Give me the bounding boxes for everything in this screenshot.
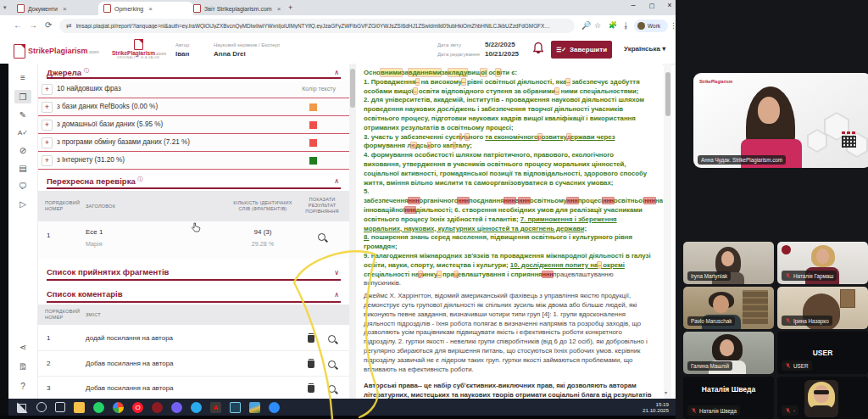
acrobat-icon[interactable]: A (210, 402, 221, 413)
image-icon[interactable]: 🖻 (14, 360, 31, 373)
task-view-icon[interactable] (55, 402, 65, 412)
language-selector[interactable]: Українська ▾ (624, 45, 665, 53)
bookmark-star-icon[interactable]: ☆ (594, 21, 601, 30)
expand-plus-icon[interactable]: + (42, 155, 53, 166)
participant-tile-iryna-martyniak[interactable]: Iryna Martyniak (683, 242, 774, 284)
copies-icon[interactable]: ❐ (14, 90, 31, 103)
info-icon[interactable]: ⓘ (137, 176, 142, 182)
notifications-bell-icon[interactable] (532, 42, 544, 59)
browser-tab-report[interactable]: Звіт Strikeplagiarism.com × (188, 2, 292, 15)
participant-tile-nataliia-shveda[interactable]: Наталія Шведа Наталія Шведа (683, 377, 774, 419)
doc-paragraph: 2. для університетів, академій, інститут… (364, 96, 652, 132)
expand-plus-icon[interactable]: + (42, 120, 53, 131)
expand-accepted-icon[interactable]: ∨ (334, 269, 339, 277)
participant-name-label: Ірина Назарко (782, 316, 832, 326)
photos-icon[interactable] (249, 402, 260, 413)
expand-plus-icon[interactable]: + (42, 102, 53, 113)
color-column-label: Колір тексту (302, 86, 336, 92)
download-icon[interactable]: ⭳ (622, 21, 630, 30)
delete-comment-icon[interactable] (308, 335, 314, 343)
new-tab-button[interactable]: + (288, 3, 292, 12)
windows-taskbar: O A 15:19 21.10.2025 (8, 399, 676, 416)
reload-icon[interactable]: ⟳ (45, 20, 52, 30)
locate-comment-icon[interactable] (328, 385, 336, 393)
window-minimize-button[interactable]: – (627, 1, 639, 9)
participant-tile-pavlo-maruschak[interactable]: Pavlo Maruschak (683, 287, 774, 329)
address-bar[interactable]: ⇄ lmsapi.plagiat.pl/report/?language=nl&… (59, 19, 575, 33)
sources-row-internet[interactable]: + з Інтернету (31.20 %) (38, 152, 349, 170)
window-close-button[interactable]: × (664, 1, 676, 9)
menu-icon[interactable]: ≡ (14, 70, 31, 84)
site-share-icon[interactable]: ⇄ (66, 22, 72, 30)
check-circle-icon[interactable]: ⊘ (14, 143, 31, 157)
comment-icon[interactable]: 🗩 (14, 179, 31, 193)
browser-tab-documents[interactable]: Документи × (12, 2, 103, 15)
expand-plus-icon[interactable]: + (42, 137, 53, 148)
panel-scrollbar[interactable] (349, 64, 356, 399)
edit-note-icon[interactable]: ✎ (14, 108, 31, 121)
participant-tile-avatar[interactable]: · (777, 377, 868, 419)
collapse-crosscheck-icon[interactable]: ∧ (334, 177, 339, 185)
locate-comment-icon[interactable] (328, 360, 336, 368)
participant-tile-halyna-mashlii[interactable]: Галина Машлій (683, 332, 774, 374)
tab-close-icon[interactable]: × (63, 5, 67, 13)
doc-run: спеціальності на (364, 271, 419, 278)
sources-row-refbooks[interactable]: + з бази даних RefBooks (0.00 %) (38, 98, 349, 116)
info-icon[interactable]: ⓘ (84, 68, 89, 73)
locate-comment-icon[interactable] (328, 335, 336, 343)
doc-paragraph: Авторські права-- це набір суб'єктивних-… (364, 382, 652, 399)
collapse-sources-icon[interactable]: ∧ (334, 69, 339, 76)
participant-name-label: Галина Машлій (687, 361, 732, 371)
share-icon[interactable]: ⋖ (14, 340, 31, 354)
window-maximize-button[interactable]: ▢ (646, 3, 658, 9)
participant-tile-nataliia-harmash[interactable]: Наталія Гармаш (777, 242, 868, 284)
comment-row[interactable]: 2 Добав посилання на автора (38, 352, 349, 377)
whatsapp-icon[interactable] (93, 402, 104, 413)
viber-icon[interactable] (171, 402, 182, 413)
color-swatch-red (309, 139, 317, 147)
spreadsheet-icon[interactable] (230, 402, 241, 413)
opera-icon[interactable]: O (132, 402, 143, 413)
browser-tab-opmerking[interactable]: Opmerking × (98, 2, 193, 15)
speaker-video-tile[interactable]: StrikePlagiarism Анна Чудак. StrikePlagi… (693, 73, 868, 168)
comment-row[interactable]: 1 додай посилання на автора (38, 327, 349, 351)
telegram-icon[interactable] (191, 402, 202, 413)
sources-row-home-db[interactable]: + з домашньої бази даних (5.95 %) (38, 116, 349, 134)
doc-paragraph: 1. Провадження– на високому– рівні освіт… (364, 78, 652, 97)
help-icon[interactable]: ? (14, 379, 31, 393)
file-explorer-icon[interactable] (74, 402, 85, 413)
taskbar-search-icon[interactable] (36, 402, 47, 412)
chrome-icon[interactable] (113, 402, 124, 413)
list-table-icon[interactable]: ▤ (14, 161, 31, 175)
delete-comment-icon[interactable] (308, 385, 314, 393)
participant-tile-user[interactable]: USER USER (777, 332, 868, 374)
finish-button[interactable]: ☰✓ Завершити (551, 41, 612, 59)
doc-run: ос (487, 69, 496, 76)
sources-row-exchange-db[interactable]: + з програми обміну базами даних (7.21 %… (38, 134, 349, 152)
start-button-icon[interactable] (17, 402, 28, 413)
tag-icon[interactable]: ▷ (14, 197, 31, 210)
spellcheck-icon[interactable]: A✓ (14, 126, 31, 139)
browser-profile-chip[interactable]: Work (634, 20, 668, 32)
show-comparison-icon[interactable] (318, 233, 326, 241)
tab-close-icon[interactable]: × (148, 5, 153, 13)
extensions-icon[interactable]: 🧩 (609, 21, 617, 29)
back-icon[interactable]: ← (14, 20, 22, 30)
comment-row[interactable]: 3 Добав посилання на автора (38, 377, 349, 399)
tab-search-chevron-icon[interactable]: ▾ (3, 4, 7, 11)
participant-tile-iryna-nazarko[interactable]: Ірина Назарко (777, 287, 868, 329)
doc-run: та економічного (485, 133, 537, 141)
doc-run: 4. формування особистості шляхом патріот… (364, 151, 647, 186)
delete-comment-icon[interactable] (308, 360, 314, 368)
collapse-comments-icon[interactable]: ∧ (334, 291, 339, 299)
mic-off-icon (785, 272, 791, 279)
document-scrollbar[interactable]: ▾ (664, 64, 671, 399)
forward-icon[interactable]: → (29, 20, 37, 30)
expand-plus-icon[interactable]: + (42, 84, 53, 95)
taskbar-clock[interactable]: 15:19 21.10.2025 (643, 401, 669, 414)
media-player-icon[interactable] (152, 402, 163, 413)
tab-close-icon[interactable]: × (277, 5, 281, 13)
sources-row-longest[interactable]: + 10 найдовших фраз Колір тексту (38, 81, 349, 98)
zoom-icon[interactable] (269, 402, 280, 413)
zoom-page-icon[interactable]: 🔎 (581, 21, 591, 30)
